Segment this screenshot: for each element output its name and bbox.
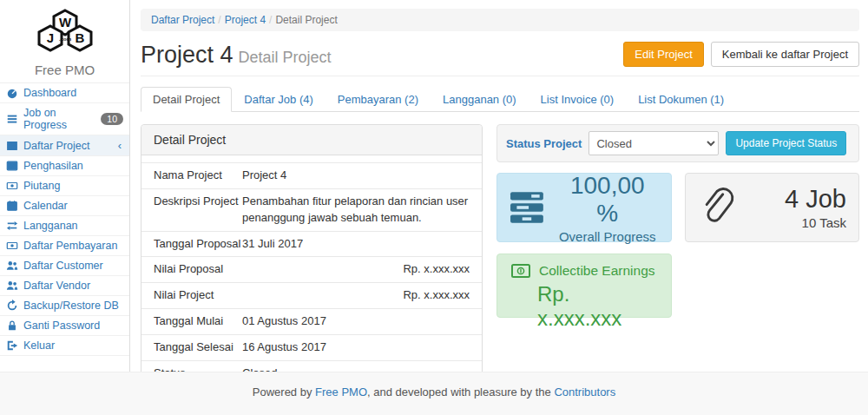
sidebar-item-penghasilan[interactable]: Penghasilan (0, 156, 129, 176)
sidebar-item-label: Ganti Password (23, 319, 123, 332)
users-icon (6, 280, 18, 292)
job-count-value: 4 Job (746, 185, 847, 214)
sidebar-item-label: Piutang (23, 180, 123, 192)
sidebar-item-label: Penghasilan (23, 160, 123, 172)
calendar-icon (6, 200, 18, 212)
sidebar-item-langganan[interactable]: Langganan (0, 216, 129, 236)
sidebar-item-label: Dashboard (23, 87, 123, 99)
page-footer: Powered by Free PMO, and developed with … (0, 372, 868, 415)
breadcrumb-link-project-4[interactable]: Project 4 (225, 14, 266, 26)
sidebar-item-keluar[interactable]: Keluar (0, 336, 129, 356)
users-icon (6, 260, 18, 272)
tab-label[interactable]: List Invoice (0) (529, 87, 627, 112)
sidebar-item-label: Keluar (23, 339, 123, 352)
sidebar-item-dashboard[interactable]: Dashboard (0, 83, 129, 103)
page-title: Project 4Detail Project (141, 42, 332, 69)
tab-bar: Detail Project Daftar Job (4) Pembayaran… (141, 87, 859, 112)
row-value: 31 Juli 2017 (242, 236, 470, 253)
sidebar-item-label: Daftar Customer (23, 260, 123, 272)
breadcrumb-separator: / (214, 14, 224, 26)
content: Daftar Project/Project 4/Detail Project … (130, 0, 868, 372)
exchange-icon (6, 220, 18, 232)
sidebar-item-calendar[interactable]: Calendar (0, 196, 129, 216)
tab-label[interactable]: Pembayaran (2) (326, 87, 431, 112)
tab-label[interactable]: Daftar Job (4) (232, 87, 325, 112)
sidebar: W J B .com Free PMO Dashboard Job on Pro… (0, 0, 130, 372)
status-project-bar: Status Project Closed Update Project Sta… (496, 124, 859, 162)
chevron-left-icon: ‹ (118, 139, 123, 152)
sidebar-item-label: Calendar (23, 200, 123, 212)
tab-label[interactable]: Langganan (0) (431, 87, 529, 112)
sidebar-item-ganti-password[interactable]: Ganti Password (0, 316, 129, 336)
row-value: Project 4 (242, 168, 470, 184)
tab-daftar-job[interactable]: Daftar Job (4) (232, 87, 325, 111)
row-label: Tanggal Proposal (154, 236, 242, 253)
page-header: Project 4Detail Project Edit Project Kem… (141, 42, 859, 76)
tasks-icon (510, 191, 546, 224)
svg-text:W: W (58, 15, 71, 30)
tab-label[interactable]: List Dokumen (1) (626, 87, 736, 112)
free-pmo-link[interactable]: Free PMO (315, 385, 367, 399)
contributors-link[interactable]: Contributors (554, 385, 615, 399)
row-value: Rp. x.xxx.xxx (242, 287, 470, 304)
sidebar-nav: Dashboard Job on Progress 10 Daftar Proj… (0, 83, 129, 356)
tab-label[interactable]: Detail Project (141, 87, 232, 112)
sidebar-item-label: Daftar Project (23, 140, 113, 152)
tab-langganan[interactable]: Langganan (0) (431, 87, 529, 111)
row-label: Nilai Proposal (154, 261, 242, 278)
row-value: 01 Agustus 2017 (242, 313, 470, 330)
progress-label: Overall Progress (556, 229, 659, 244)
money-icon (6, 240, 18, 252)
sidebar-item-daftar-vendor[interactable]: Daftar Vendor (0, 276, 129, 296)
update-project-status-button[interactable]: Update Project Status (726, 131, 846, 155)
main-area: W J B .com Free PMO Dashboard Job on Pro… (0, 0, 868, 372)
page-subtitle: Detail Project (239, 49, 332, 66)
sidebar-item-daftar-customer[interactable]: Daftar Customer (0, 256, 129, 276)
back-to-list-button[interactable]: Kembali ke daftar Project (711, 42, 859, 67)
svg-text:J: J (46, 30, 53, 45)
money-icon (511, 264, 530, 278)
project-name: Project 4 (141, 42, 233, 68)
earnings-label: Collectibe Earnings (539, 263, 655, 279)
earnings-value: Rp. x.xxx.xxx (537, 282, 657, 331)
row-value: Rp. x.xxx.xxx (242, 261, 470, 278)
tab-detail-project[interactable]: Detail Project (141, 87, 232, 111)
sidebar-item-job-on-progress[interactable]: Job on Progress 10 (0, 103, 129, 135)
sidebar-item-piutang[interactable]: Piutang (0, 176, 129, 196)
collectible-earnings-card: Collectibe Earnings Rp. x.xxx.xxx (496, 254, 672, 318)
page: W J B .com Free PMO Dashboard Job on Pro… (0, 0, 868, 415)
sidebar-item-backup-restore[interactable]: Backup/Restore DB (0, 296, 129, 316)
breadcrumb: Daftar Project/Project 4/Detail Project (141, 9, 859, 31)
svg-text:.com: .com (58, 36, 70, 42)
breadcrumb-link-daftar-project[interactable]: Daftar Project (151, 14, 214, 26)
footer-text: Powered by (253, 385, 315, 399)
table-icon (6, 140, 18, 152)
detail-row-tanggal-proposal: Tanggal Proposal 31 Juli 2017 (141, 231, 482, 257)
row-label: Deskripsi Project (154, 194, 242, 227)
logo-box: W J B .com Free PMO (0, 0, 129, 83)
sidebar-item-daftar-project[interactable]: Daftar Project ‹ (0, 135, 129, 156)
task-count-value: 10 Task (746, 215, 847, 230)
detail-row-nilai-project: Nilai Project Rp. x.xxx.xxx (141, 282, 482, 308)
tab-list-dokumen[interactable]: List Dokumen (1) (626, 87, 736, 111)
jwb-logo-icon: W J B .com (25, 7, 105, 56)
status-project-select[interactable]: Closed (589, 131, 719, 155)
panel-title: Detail Project (141, 125, 482, 155)
money-icon (6, 180, 18, 192)
detail-row-deskripsi-project: Deskripsi Project Penambahan fitur pelap… (141, 188, 482, 231)
breadcrumb-current: Detail Project (275, 14, 337, 26)
detail-row-nilai-proposal: Nilai Proposal Rp. x.xxx.xxx (141, 256, 482, 282)
row-label: Nama Project (154, 168, 242, 184)
row-label: Nilai Project (154, 287, 242, 304)
job-count-card: 4 Job 10 Task (685, 173, 860, 242)
job-count-badge: 10 (101, 113, 123, 125)
footer-text: , and developed with pleasure by the (367, 385, 554, 399)
lock-icon (6, 319, 18, 332)
sidebar-item-daftar-pembayaran[interactable]: Daftar Pembayaran (0, 236, 129, 256)
tab-list-invoice[interactable]: List Invoice (0) (529, 87, 627, 111)
sidebar-item-label: Daftar Pembayaran (23, 240, 123, 252)
sidebar-item-label: Job on Progress (23, 107, 95, 131)
edit-project-button[interactable]: Edit Project (623, 42, 703, 67)
tab-pembayaran[interactable]: Pembayaran (2) (326, 87, 431, 111)
refresh-icon (6, 300, 18, 312)
